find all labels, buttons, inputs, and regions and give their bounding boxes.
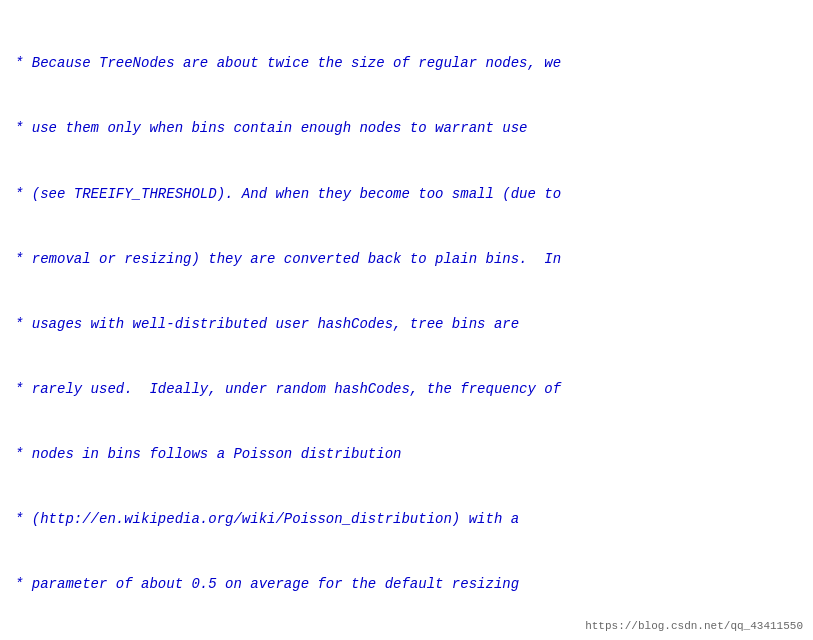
code-line-4: * removal or resizing) they are converte… [15, 249, 798, 271]
code-line-5: * usages with well-distributed user hash… [15, 314, 798, 336]
code-line-7: * nodes in bins follows a Poisson distri… [15, 444, 798, 466]
code-line-8: * (http://en.wikipedia.org/wiki/Poisson_… [15, 509, 798, 531]
code-block: * Because TreeNodes are about twice the … [15, 10, 798, 640]
code-line-2: * use them only when bins contain enough… [15, 118, 798, 140]
code-line-1: * Because TreeNodes are about twice the … [15, 53, 798, 75]
footer-url: https://blog.csdn.net/qq_43411550 [585, 620, 803, 632]
code-line-3: * (see TREEIFY_THRESHOLD). And when they… [15, 184, 798, 206]
code-line-9: * parameter of about 0.5 on average for … [15, 574, 798, 596]
code-line-6: * rarely used. Ideally, under random has… [15, 379, 798, 401]
